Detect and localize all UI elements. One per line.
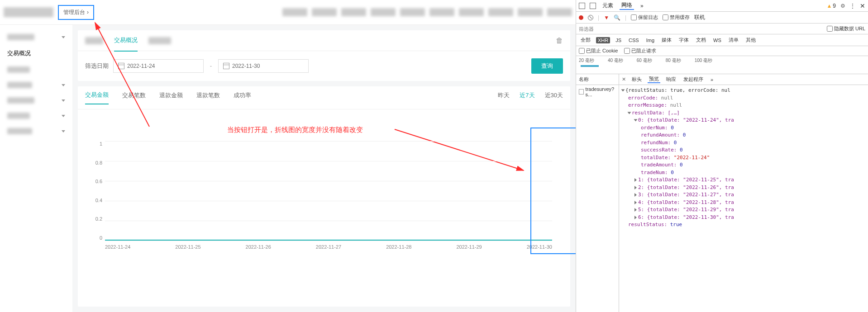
warning-badge[interactable]: ▲9 — [826, 3, 836, 9]
json-preview[interactable]: {resultStatus: true, errorCode: nul erro… — [619, 85, 868, 312]
sidebar-item[interactable] — [0, 77, 72, 93]
close-detail-icon[interactable]: ✕ — [622, 76, 626, 82]
metric-refund-count[interactable]: 退款笔数 — [196, 87, 220, 104]
sidebar-item[interactable] — [0, 29, 72, 45]
filter-doc[interactable]: 文档 — [694, 36, 708, 44]
hide-data-url-checkbox[interactable]: 隐藏数据 URL — [827, 25, 865, 32]
date-start-input[interactable]: 2022-11-24 — [113, 59, 204, 73]
date-end-input[interactable]: 2022-11-30 — [218, 59, 309, 73]
filter-other[interactable]: 其他 — [744, 36, 758, 44]
close-icon[interactable]: ✕ — [860, 2, 865, 9]
chevron-down-icon — [62, 130, 65, 132]
dtab-initiator[interactable]: 发起程序 — [682, 76, 705, 83]
topbar: 管理后台 › — [0, 0, 576, 25]
sidebar-item-label — [7, 82, 32, 88]
chevron-down-icon — [62, 36, 65, 38]
filter-ws[interactable]: WS — [711, 37, 723, 43]
period-yesterday[interactable]: 昨天 — [498, 91, 510, 99]
admin-label: 管理后台 — [63, 9, 85, 16]
filter-all[interactable]: 全部 — [579, 36, 592, 44]
blocked-request-checkbox[interactable]: 已阻止请求 — [624, 47, 656, 54]
request-detail: ✕ 标头 预览 响应 发起程序 » {resultStatus: true, e… — [619, 74, 868, 312]
x-tick: 2022-11-29 — [456, 244, 482, 250]
timeline-tick: 20 毫秒 — [579, 57, 594, 64]
request-name: tradesurvey?s... — [586, 86, 616, 97]
filter-font[interactable]: 字体 — [677, 36, 691, 44]
sidebar-item-label: 交易概况 — [7, 49, 31, 57]
clear-icon[interactable] — [588, 15, 593, 20]
sidebar-item[interactable] — [0, 123, 72, 139]
filter-media[interactable]: 媒体 — [660, 36, 673, 44]
metric-refund-amount[interactable]: 退款金额 — [159, 87, 183, 104]
sidebar-item-label — [7, 34, 34, 40]
search-icon[interactable]: 🔍 — [614, 14, 620, 21]
date-separator: - — [208, 63, 214, 69]
request-row[interactable]: tradesurvey?s... — [576, 85, 619, 99]
blocked-cookie-checkbox[interactable]: 已阻止 Cookie — [579, 47, 618, 54]
request-list: 名称 tradesurvey?s... — [576, 74, 619, 312]
sidebar-item[interactable] — [0, 62, 72, 77]
type-filters: 全部 XHR JS CSS Img 媒体 字体 文档 WS 清单 其他 — [576, 34, 868, 46]
tab[interactable] — [85, 37, 103, 44]
keep-log-checkbox[interactable]: 保留日志 — [631, 14, 658, 21]
period-30d[interactable]: 近30天 — [545, 91, 563, 99]
admin-entry-button[interactable]: 管理后台 › — [58, 5, 94, 20]
dtab-response[interactable]: 响应 — [665, 76, 677, 83]
device-icon[interactable] — [590, 3, 596, 9]
sidebar-item[interactable] — [0, 108, 72, 123]
devtools-filter-row: 隐藏数据 URL — [576, 24, 868, 34]
filter-input[interactable] — [579, 26, 822, 32]
warning-icon: ▲ — [826, 3, 832, 9]
timeline[interactable]: 20 毫秒 40 毫秒 60 毫秒 80 毫秒 100 毫秒 — [576, 56, 868, 74]
sidebar-item-trade-overview[interactable]: 交易概况 — [0, 45, 72, 62]
delete-icon[interactable]: 🗑 — [556, 37, 563, 45]
period-7d[interactable]: 近7天 — [520, 91, 534, 99]
dtab-headers[interactable]: 标头 — [630, 76, 643, 83]
tab-elements[interactable]: 元素 — [601, 2, 615, 9]
grid-line — [105, 161, 552, 161]
metric-count[interactable]: 交易笔数 — [122, 87, 146, 104]
filter-css[interactable]: CSS — [627, 37, 641, 43]
metric-amount[interactable]: 交易金额 — [85, 86, 109, 104]
filter-js[interactable]: JS — [614, 37, 623, 43]
chevron-down-icon — [62, 99, 65, 102]
timeline-bar — [581, 65, 599, 67]
settings-icon[interactable]: ⚙ — [840, 3, 845, 9]
top-item — [282, 8, 307, 16]
detail-tabs: ✕ 标头 预览 响应 发起程序 » — [619, 74, 868, 85]
filter-img[interactable]: Img — [644, 37, 656, 43]
tab-more[interactable]: » — [639, 3, 645, 9]
filter-xhr[interactable]: XHR — [596, 37, 610, 43]
dtab-more[interactable]: » — [709, 77, 715, 82]
chevron-down-icon — [62, 115, 65, 117]
metric-success-rate[interactable]: 成功率 — [234, 87, 251, 104]
y-axis: 1 0.8 0.6 0.4 0.2 0 — [89, 141, 102, 241]
online-status[interactable]: 联机 — [694, 14, 705, 21]
dtab-preview[interactable]: 预览 — [648, 76, 660, 83]
tab-trade-overview[interactable]: 交易概况 — [114, 30, 138, 52]
top-item — [488, 8, 513, 16]
x-tick: 2022-11-28 — [386, 244, 411, 250]
filter-icon[interactable]: ▼ — [604, 14, 609, 21]
disable-cache-checkbox[interactable]: 禁用缓存 — [663, 14, 690, 21]
content: 交易概况 🗑 筛选日期 2022-11-24 - 2022-11-30 — [72, 25, 576, 312]
sidebar-item[interactable] — [0, 93, 72, 108]
tab-network[interactable]: 网络 — [620, 1, 634, 10]
filter-manifest[interactable]: 清单 — [727, 36, 740, 44]
file-icon — [579, 89, 584, 95]
sidebar-item-label — [7, 66, 30, 73]
tab[interactable] — [148, 37, 171, 44]
y-tick: 0.2 — [89, 216, 102, 222]
record-icon[interactable] — [579, 15, 583, 20]
chevron-right-icon: › — [87, 9, 89, 15]
sidebar-item-label — [7, 113, 30, 119]
query-button[interactable]: 查询 — [531, 58, 563, 74]
top-item — [312, 8, 337, 16]
x-tick: 2022-11-24 — [105, 244, 130, 250]
inspect-icon[interactable] — [579, 3, 585, 9]
date-end-value: 2022-11-30 — [232, 63, 260, 69]
grid-line — [105, 201, 552, 201]
y-tick: 0.8 — [89, 160, 102, 165]
x-tick: 2022-11-25 — [175, 244, 200, 250]
more-icon[interactable]: ⋮ — [850, 3, 855, 9]
